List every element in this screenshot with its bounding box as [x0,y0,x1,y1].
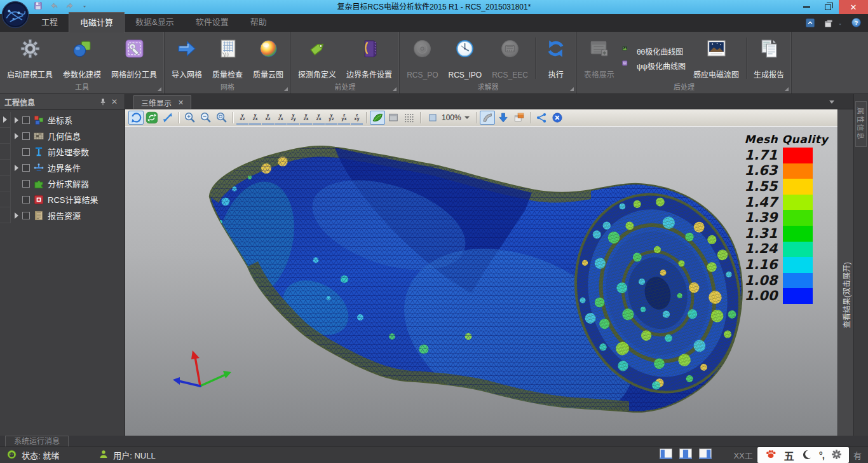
pan-button[interactable] [160,111,175,125]
spin-button[interactable] [144,111,159,125]
tree-item-4[interactable]: 边界条件 [0,160,125,176]
tree-item-6[interactable]: RCS计算结果 [0,191,125,207]
ribbon-button[interactable]: 启动建模工具 [2,34,58,83]
dialog-launcher-icon[interactable] [393,87,397,91]
ribbon-button[interactable]: 导入网格 [166,34,207,83]
expand-arrow-icon[interactable] [3,116,7,123]
tab-3d-display[interactable]: 三维显示 ✕ [133,95,191,109]
results-collapsed-panel[interactable]: 查看结果(双击展开) [837,109,853,436]
orbit-button[interactable] [128,111,144,125]
zoom-fit-button[interactable] [214,111,229,125]
help-button[interactable]: ? [851,17,862,31]
ribbon-tab-3[interactable]: 数据&显示 [125,12,185,32]
arrow-down-button[interactable] [496,111,511,125]
redo-button[interactable] [65,1,75,13]
tree-checkbox[interactable] [22,196,30,204]
layout-center-button[interactable] [679,447,693,463]
share-button[interactable] [534,111,549,125]
shaded-view-button[interactable] [370,111,385,125]
collapse-ribbon-button[interactable] [805,18,815,31]
system-messages-tab[interactable]: 系统运行消息 [5,436,69,446]
tree-expander[interactable] [11,212,22,219]
tree-expander[interactable] [11,165,22,171]
ribbon-button[interactable]: 边界条件设置 [341,34,397,83]
ribbon-button[interactable]: RCS_IPO [443,34,487,83]
ribbon-button[interactable]: 探测角定义 [293,34,341,83]
ime-punctuation[interactable]: °, [819,450,824,460]
restore-button[interactable] [817,0,839,14]
qat-dropdown-button[interactable] [81,1,88,13]
ribbon-button[interactable]: 质量检查 [207,34,248,83]
tab-close-icon[interactable]: ✕ [178,99,184,107]
layout-left-button[interactable] [659,447,673,463]
ribbon-tab-4[interactable]: 软件设置 [185,12,240,32]
points-view-button[interactable] [402,111,417,125]
ribbon-button[interactable]: RCS_PO [402,34,443,83]
view-orientation-button-1[interactable]: yxz [236,111,248,125]
ribbon-button[interactable]: 生成报告 [749,34,789,83]
ribbon-button-small[interactable]: ψψ极化曲线图 [622,60,686,71]
ime-paw-icon[interactable] [764,448,777,462]
dialog-launcher-icon[interactable] [570,87,574,91]
pin-panel-button[interactable] [97,96,109,107]
ribbon-tab-5[interactable]: 帮助 [240,12,278,32]
zoom-out-button[interactable] [198,111,214,125]
ime-moon-icon[interactable] [801,449,812,462]
window-style-button[interactable] [823,18,843,30]
ribbon-button-small[interactable]: θθ极化曲线图 [622,46,686,57]
app-logo-icon[interactable] [1,1,29,29]
ribbon-button[interactable]: 执行 [538,34,574,83]
tree-checkbox[interactable] [22,132,30,140]
view-orientation-button-8[interactable]: yyz [325,111,337,125]
tree-checkbox[interactable] [22,164,30,172]
ribbon-button[interactable]: 感应电磁流图 [688,34,744,83]
zoom-level-control[interactable]: 100% [424,112,473,123]
view-orientation-button-4[interactable]: yzx [275,111,287,125]
dialog-launcher-icon[interactable] [785,87,789,91]
tree-checkbox[interactable] [22,212,30,219]
layout-right-button[interactable] [698,447,712,463]
close-button[interactable]: ✕ [839,0,868,14]
dialog-launcher-icon[interactable] [158,87,161,91]
tree-expander[interactable] [11,117,22,123]
tree-item-1[interactable]: 坐标系 [0,112,125,128]
dialog-launcher-icon[interactable] [284,87,288,91]
curve-select-button[interactable] [480,111,495,125]
tab-list-dropdown-icon[interactable] [829,100,834,104]
properties-collapsed-tab[interactable]: 属性信息 [855,101,867,147]
view-orientation-button-3[interactable]: yxz [262,111,274,125]
ribbon-tab-1[interactable]: 工程 [31,12,69,32]
tree-checkbox[interactable] [22,116,30,124]
ribbon-button[interactable]: 质量云图 [248,34,288,83]
viewport-3d-canvas[interactable]: Mesh Quality 1.71 1.63 1.55 1.47 1.39 1.… [125,127,837,436]
tree-checkbox[interactable] [22,148,30,156]
tree-item-5[interactable]: 分析求解器 [0,176,125,191]
ime-wubi-mode[interactable]: 五 [784,448,794,463]
ribbon-button[interactable]: RCS_EEC [487,34,533,83]
ribbon-button[interactable]: 参数化建模 [58,34,106,83]
close-circle-button[interactable] [550,111,565,125]
ribbon-tab-2[interactable]: 电磁计算 [69,12,125,32]
ribbon-group-buttons: RCS_PORCS_IPORCS_EEC执行 [400,32,576,83]
tree-item-2[interactable]: 几何信息 [0,128,125,144]
window-copy-button[interactable] [512,111,527,125]
view-orientation-button-5[interactable]: yzy [287,111,299,125]
tree-checkbox[interactable] [22,180,30,188]
save-button[interactable] [33,1,43,13]
minimize-button[interactable] [796,0,817,14]
view-orientation-button-9[interactable]: zyx [338,111,350,125]
ribbon-button[interactable]: 网格剖分工具 [106,34,162,83]
undo-button[interactable] [49,1,59,13]
close-panel-button[interactable]: ✕ [109,96,120,107]
ime-gear-icon[interactable] [831,449,842,462]
view-orientation-button-10[interactable]: zxy [351,111,363,125]
tree-expander[interactable] [11,133,22,139]
tree-item-3[interactable]: 前处理参数 [0,144,125,160]
view-orientation-button-6[interactable]: yzx [300,111,312,125]
ribbon-button[interactable]: 表格展示 [579,34,620,83]
tree-item-7[interactable]: 报告资源 [0,207,125,223]
view-orientation-button-7[interactable]: yzx [313,111,325,125]
view-orientation-button-2[interactable]: yzx [249,111,261,125]
flat-view-button[interactable] [386,111,401,125]
zoom-in-button[interactable] [182,111,198,125]
